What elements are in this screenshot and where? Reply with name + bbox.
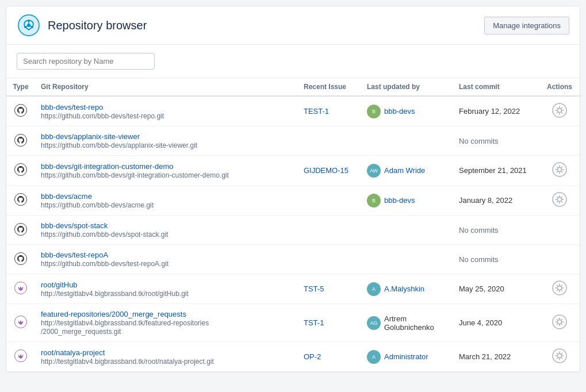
issue-link[interactable]: OP-2 [304,352,321,361]
issue-cell [298,216,361,245]
action-icon[interactable] [551,191,568,207]
updated-by-cell: AA.Malyshkin [361,274,453,304]
action-icon[interactable] [551,280,568,296]
svg-point-57 [553,315,566,329]
repo-cell: bbb-devs/spot-stackhttps://github.com/bb… [35,216,298,245]
repo-cell: bbb-devs/git-integration-customer-demoht… [35,156,298,186]
commit-cell: No commits [453,245,539,274]
commit-cell: January 8, 2022 [453,186,539,216]
table-row: bbb-devs/spot-stackhttps://github.com/bb… [6,216,580,245]
issue-link[interactable]: TEST-1 [304,107,329,116]
repo-cell: root/natalya-projecthttp://testgitlabv4.… [35,342,298,372]
repo-name-link[interactable]: bbb-devs/spot-stack [41,221,292,230]
issue-link[interactable]: TST-5 [304,285,324,293]
issue-link[interactable]: GIJDEMO-15 [304,166,348,175]
svg-line-75 [561,358,562,359]
avatar: A [367,350,381,364]
repo-name-link[interactable]: root/gitHub [41,280,292,289]
updated-by: AGArtremGolubnichenko [367,314,447,332]
issue-cell [298,245,361,274]
svg-line-76 [561,353,562,355]
svg-line-41 [561,197,562,198]
page-header: Repository browser Manage integrations [6,6,580,45]
repo-name-link[interactable]: featured-repositories/2000_merge_request… [41,310,292,318]
updated-by: AA.Malyshkin [367,282,447,296]
repo-name-link[interactable]: bbb-devs/applanix-site-viewer [41,132,292,141]
issue-cell: OP-2 [298,342,361,372]
repo-url-link[interactable]: http://testgitlabv4.bigbrassband.tk/root… [41,290,189,298]
svg-line-18 [561,108,562,109]
manage-integrations-button[interactable]: Manage integrations [484,17,569,34]
updated-by: Bbbb-devs [367,194,447,207]
actions-cell [539,274,580,304]
commit-cell: March 21, 2022 [453,342,539,372]
repo-name-link[interactable]: root/natalya-project [41,348,292,357]
issue-cell: TEST-1 [298,96,361,126]
repo-name-link[interactable]: bbb-devs/acme [41,192,292,201]
repo-name-link[interactable]: bbb-devs/test-repo [41,103,292,112]
repo-url-link[interactable]: https://github.com/bbb-devs/test-repoA.g… [41,260,168,268]
repo-url-link[interactable]: https://github.com/bbb-devs/acme.git [41,201,154,209]
table-row: bbb-devs/test-repoAhttps://github.com/bb… [6,245,580,274]
repo-name-link[interactable]: bbb-devs/git-integration-customer-demo [41,162,292,171]
search-input[interactable] [17,53,155,70]
github-icon [14,193,27,206]
action-icon[interactable] [551,162,568,178]
table-row: root/natalya-projecthttp://testgitlabv4.… [6,342,580,372]
type-cell [6,274,35,304]
user-link[interactable]: bbb-devs [384,107,415,116]
actions-cell [539,342,580,372]
actions-cell [539,186,580,216]
issue-cell: GIJDEMO-15 [298,156,361,186]
action-icon[interactable] [551,348,568,364]
svg-line-77 [557,358,558,359]
no-commits-label: No commits [459,226,499,235]
repo-url-link[interactable]: http://testgitlabv4.bigbrassband.tk/feat… [41,319,209,336]
svg-point-10 [553,103,566,117]
type-cell [6,186,35,216]
repo-cell: bbb-devs/applanix-site-viewerhttps://git… [35,126,298,156]
type-cell [6,216,35,245]
repo-url-link[interactable]: https://github.com/bbb-devs/test-repo.gi… [41,112,164,120]
svg-line-17 [561,112,562,113]
repo-url-link[interactable]: http://testgitlabv4.bigbrassband.tk/root… [41,358,214,366]
svg-line-31 [557,171,558,172]
type-cell [6,245,35,274]
user-link[interactable]: bbb-devs [384,196,415,205]
repo-url-link[interactable]: https://github.com/bbb-devs/applanix-sit… [41,141,197,149]
user-link[interactable]: Administrator [384,352,428,361]
gitlab-icon [14,316,27,328]
svg-line-40 [561,201,562,202]
svg-point-9 [14,104,26,116]
repo-name-link[interactable]: bbb-devs/test-repoA [41,251,292,259]
action-icon[interactable] [551,314,568,330]
updated-by-cell [361,216,453,245]
updated-by: Bbbb-devs [367,105,447,118]
issue-cell [298,126,361,156]
svg-line-64 [561,324,562,325]
updated-by: AAdministrator [367,350,447,364]
type-cell [6,96,35,126]
header-left: Repository browser [17,13,147,37]
page-title: Repository browser [48,19,147,32]
repo-url-link[interactable]: https://github.com/bbb-devs/spot-stack.g… [41,230,168,239]
user-link[interactable]: Adam Wride [384,166,425,175]
avatar: B [367,194,381,207]
updated-by-cell: AWAdam Wride [361,156,453,186]
avatar: AG [367,316,381,330]
svg-line-54 [561,286,562,287]
avatar: A [367,282,381,296]
issue-link[interactable]: TST-1 [304,318,324,327]
user-link[interactable]: A.Malyshkin [384,285,424,293]
commit-date: May 25, 2020 [459,285,504,293]
table-row: bbb-devs/git-integration-customer-demoht… [6,156,580,186]
repo-url-link[interactable]: https://github.com/bbb-devs/git-integrat… [41,171,229,179]
actions-cell [539,245,580,274]
commit-date: June 4, 2020 [459,318,502,327]
action-icon[interactable] [551,102,568,118]
updated-by-cell: AAdministrator [361,342,453,372]
commit-date: January 8, 2022 [459,196,512,205]
updated-by-cell [361,126,453,156]
table-row: bbb-devs/applanix-site-viewerhttps://git… [6,126,580,156]
table-row: root/gitHubhttp://testgitlabv4.bigbrassb… [6,274,580,304]
